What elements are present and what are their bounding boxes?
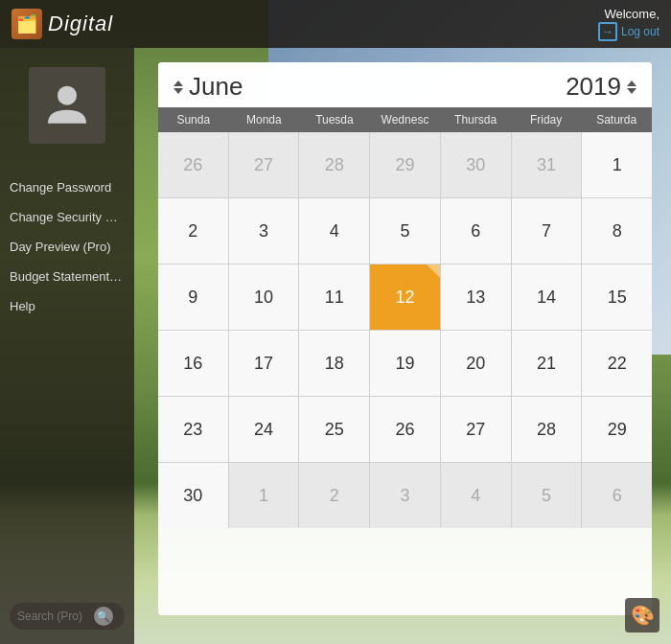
calendar-month: June xyxy=(189,72,243,102)
calendar-day[interactable]: 4 xyxy=(441,463,511,528)
calendar-header: June 2019 xyxy=(158,62,652,107)
calendar-grid: 2627282930311234567891011121314151617181… xyxy=(158,132,652,528)
calendar-day[interactable]: 7 xyxy=(512,198,582,264)
year-down-arrow[interactable] xyxy=(627,88,636,94)
month-up-arrow[interactable] xyxy=(174,80,183,86)
calendar-day[interactable]: 16 xyxy=(158,331,228,396)
logout-label: Log out xyxy=(621,25,659,38)
day-header: Monda xyxy=(229,107,300,132)
day-header: Tuesda xyxy=(299,107,370,132)
calendar-day[interactable]: 30 xyxy=(158,463,228,528)
calendar-day[interactable]: 10 xyxy=(229,264,299,330)
calendar-day[interactable]: 20 xyxy=(441,331,511,396)
calendar-day[interactable]: 1 xyxy=(229,463,299,528)
calendar-day[interactable]: 5 xyxy=(370,198,440,264)
user-avatar-icon xyxy=(43,80,91,131)
search-button[interactable]: 🔍 xyxy=(94,607,113,626)
calendar-day[interactable]: 28 xyxy=(299,132,369,197)
calendar-day[interactable]: 6 xyxy=(582,463,652,528)
day-header: Thursda xyxy=(440,107,511,132)
calendar-day[interactable]: 1 xyxy=(582,132,652,197)
calendar-day[interactable]: 26 xyxy=(370,397,440,462)
calendar-day[interactable]: 3 xyxy=(370,463,440,528)
day-header: Sunda xyxy=(158,107,229,132)
year-up-arrow[interactable] xyxy=(627,80,636,86)
day-header: Wednesc xyxy=(370,107,441,132)
avatar xyxy=(29,67,105,144)
day-header: Saturda xyxy=(581,107,652,132)
calendar-day[interactable]: 22 xyxy=(582,331,652,396)
calendar-day[interactable]: 29 xyxy=(582,397,652,462)
calendar-day[interactable]: 8 xyxy=(582,198,652,264)
month-down-arrow[interactable] xyxy=(174,88,183,94)
sidebar-item-help[interactable]: Help xyxy=(0,291,134,321)
svg-point-0 xyxy=(58,86,77,105)
calendar-day[interactable]: 3 xyxy=(229,198,299,264)
header-right: Welcome, → Log out xyxy=(598,7,659,41)
calendar-day[interactable]: 27 xyxy=(441,397,511,462)
calendar-day[interactable]: 11 xyxy=(299,264,369,330)
day-header: Friday xyxy=(511,107,582,132)
year-area: 2019 xyxy=(566,72,636,102)
calendar-day[interactable]: 19 xyxy=(370,331,440,396)
header: 🗂️ Digital Welcome, → Log out xyxy=(0,0,671,48)
calendar-day[interactable]: 5 xyxy=(512,463,582,528)
sidebar-menu: Change Password Change Security Que Day … xyxy=(0,172,134,321)
palette-button[interactable]: 🎨 xyxy=(625,598,659,632)
logo-area: 🗂️ Digital xyxy=(12,9,113,39)
sidebar-item-day-preview[interactable]: Day Preview (Pro) xyxy=(0,232,134,262)
month-area: June xyxy=(174,72,243,102)
calendar-day[interactable]: 2 xyxy=(299,463,369,528)
calendar-day[interactable]: 13 xyxy=(441,264,511,330)
calendar-day[interactable]: 15 xyxy=(582,264,652,330)
logout-icon: → xyxy=(598,22,617,41)
sidebar-item-change-password[interactable]: Change Password xyxy=(0,172,134,202)
calendar-day[interactable]: 17 xyxy=(229,331,299,396)
calendar-day[interactable]: 9 xyxy=(158,264,228,330)
logout-button[interactable]: → Log out xyxy=(598,22,659,41)
calendar-day[interactable]: 27 xyxy=(229,132,299,197)
calendar-day[interactable]: 28 xyxy=(512,397,582,462)
calendar-day[interactable]: 24 xyxy=(229,397,299,462)
calendar-day[interactable]: 12 xyxy=(370,264,440,330)
sidebar-item-budget-statement[interactable]: Budget Statement (P xyxy=(0,262,134,291)
day-headers: SundaMondaTuesdaWednescThursdaFridaySatu… xyxy=(158,107,652,132)
calendar-day[interactable]: 25 xyxy=(299,397,369,462)
month-nav[interactable] xyxy=(174,80,183,94)
calendar-year: 2019 xyxy=(566,72,621,102)
logo-icon: 🗂️ xyxy=(12,9,42,39)
logo-text: Digital xyxy=(48,12,113,36)
calendar-day[interactable]: 29 xyxy=(370,132,440,197)
sidebar: Change Password Change Security Que Day … xyxy=(0,48,134,644)
calendar-day[interactable]: 4 xyxy=(299,198,369,264)
calendar-day[interactable]: 26 xyxy=(158,132,228,197)
calendar-day[interactable]: 23 xyxy=(158,397,228,462)
search-input[interactable] xyxy=(17,610,94,623)
calendar-day[interactable]: 2 xyxy=(158,198,228,264)
year-nav[interactable] xyxy=(627,80,636,94)
calendar-day[interactable]: 6 xyxy=(441,198,511,264)
calendar: June 2019 SundaMondaTuesdaWednescThursda… xyxy=(158,62,652,615)
search-area: 🔍 xyxy=(10,603,125,630)
calendar-day[interactable]: 30 xyxy=(441,132,511,197)
calendar-day[interactable]: 31 xyxy=(512,132,582,197)
welcome-text: Welcome, xyxy=(604,7,659,21)
sidebar-item-change-security-que[interactable]: Change Security Que xyxy=(0,202,134,232)
calendar-day[interactable]: 18 xyxy=(299,331,369,396)
calendar-day[interactable]: 14 xyxy=(512,264,582,330)
calendar-day[interactable]: 21 xyxy=(512,331,582,396)
